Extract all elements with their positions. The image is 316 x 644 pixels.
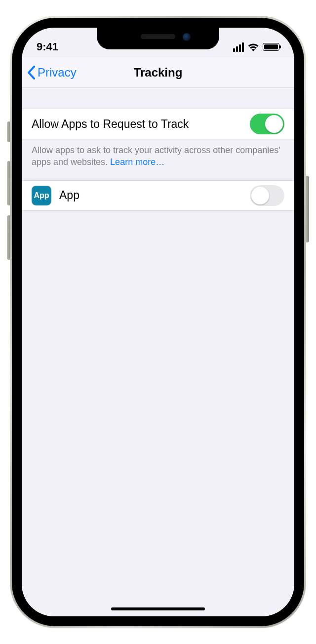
speaker-grille: [141, 34, 175, 39]
volume-down-button: [7, 215, 11, 260]
app-icon: App: [32, 186, 51, 205]
front-camera: [183, 33, 191, 41]
notch: [97, 28, 219, 49]
battery-icon: [263, 43, 279, 51]
home-indicator[interactable]: [111, 607, 205, 610]
screen: 9:41: [22, 28, 294, 616]
settings-content[interactable]: Allow Apps to Request to Track Allow app…: [22, 88, 294, 616]
side-button: [305, 176, 309, 242]
allow-apps-to-track-switch[interactable]: [250, 114, 284, 134]
allow-apps-to-track-row: Allow Apps to Request to Track: [22, 109, 294, 139]
back-button[interactable]: Privacy: [27, 57, 77, 87]
cellular-signal-icon: [232, 42, 244, 52]
status-icons: [232, 42, 279, 52]
learn-more-link[interactable]: Learn more…: [110, 157, 164, 167]
volume-up-button: [7, 161, 11, 205]
page-title: Tracking: [134, 66, 183, 80]
status-time: 9:41: [37, 40, 58, 53]
wifi-icon: [247, 42, 259, 51]
navigation-bar: Privacy Tracking: [22, 57, 294, 88]
phone-device-frame: 9:41: [12, 18, 304, 626]
app-tracking-switch[interactable]: [250, 185, 284, 206]
chevron-left-icon: [27, 66, 36, 80]
allow-apps-footer: Allow apps to ask to track your activity…: [22, 139, 294, 180]
app-name-label: App: [59, 189, 250, 202]
app-tracking-row: App App: [22, 180, 294, 211]
back-label: Privacy: [38, 66, 77, 80]
mute-switch: [7, 121, 11, 142]
allow-apps-to-track-label: Allow Apps to Request to Track: [32, 118, 250, 131]
